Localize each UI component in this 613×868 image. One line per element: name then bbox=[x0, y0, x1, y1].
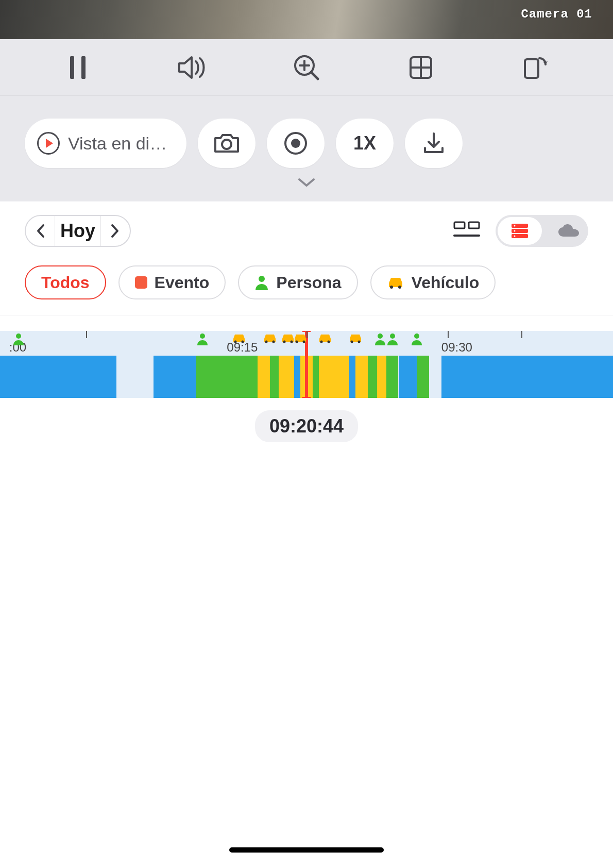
svg-point-30 bbox=[265, 341, 267, 343]
timeline-tick bbox=[448, 331, 449, 338]
player-toolbar bbox=[0, 39, 613, 96]
svg-point-28 bbox=[234, 341, 237, 343]
svg-point-24 bbox=[390, 286, 393, 289]
marker-person-icon bbox=[411, 333, 422, 347]
timeline-segment bbox=[399, 356, 417, 398]
prev-day-button[interactable] bbox=[26, 223, 55, 239]
live-view-button[interactable]: Vista en dir… bbox=[25, 119, 186, 168]
timeline-segment bbox=[258, 356, 270, 398]
snapshot-button[interactable] bbox=[198, 119, 256, 168]
svg-point-33 bbox=[291, 341, 293, 343]
timeline-segment bbox=[154, 356, 196, 398]
timeline-tick-label: 09:30 bbox=[441, 340, 472, 355]
timeline-tick bbox=[86, 331, 87, 338]
storage-source-toggle[interactable] bbox=[496, 215, 588, 247]
timeline-segment bbox=[386, 356, 399, 398]
svg-point-40 bbox=[378, 333, 383, 339]
marker-vehicle-icon bbox=[293, 333, 308, 345]
pause-button[interactable] bbox=[62, 52, 93, 83]
chevron-left-icon bbox=[35, 223, 45, 239]
timeline-segment bbox=[313, 356, 319, 398]
timeline-segment bbox=[368, 356, 377, 398]
marker-person-icon bbox=[13, 333, 24, 347]
marker-person-icon bbox=[387, 333, 398, 347]
download-icon bbox=[422, 131, 446, 155]
view-mode-button[interactable] bbox=[453, 221, 480, 241]
marker-person-icon bbox=[374, 333, 386, 347]
next-day-button[interactable] bbox=[101, 223, 130, 239]
filter-event[interactable]: Evento bbox=[118, 265, 226, 299]
svg-line-5 bbox=[311, 72, 318, 79]
svg-point-26 bbox=[16, 333, 21, 339]
timeline-segment bbox=[377, 356, 386, 398]
timeline-segment bbox=[355, 356, 368, 398]
svg-point-36 bbox=[320, 341, 322, 343]
timeline-tick bbox=[521, 331, 522, 338]
timeline-segment bbox=[417, 356, 429, 398]
svg-point-10 bbox=[222, 140, 231, 149]
date-source-row: Hoy bbox=[0, 201, 613, 260]
audio-button[interactable] bbox=[177, 52, 208, 83]
marker-vehicle-icon bbox=[232, 333, 246, 345]
svg-rect-0 bbox=[70, 56, 74, 79]
zoom-in-icon bbox=[292, 53, 321, 82]
download-button[interactable] bbox=[405, 119, 463, 168]
event-filter-row: Todos Evento Persona Vehículo bbox=[0, 260, 613, 315]
camera-icon bbox=[213, 132, 240, 155]
rotate-device-icon bbox=[522, 54, 549, 81]
rotate-button[interactable] bbox=[520, 52, 551, 83]
svg-point-25 bbox=[398, 286, 401, 289]
record-button[interactable] bbox=[267, 119, 325, 168]
svg-point-32 bbox=[283, 341, 286, 343]
vehicle-icon bbox=[387, 276, 404, 289]
svg-point-12 bbox=[291, 139, 300, 148]
timeline-segment bbox=[0, 356, 116, 398]
storage-icon bbox=[510, 223, 529, 239]
filter-all-label: Todos bbox=[41, 273, 90, 292]
svg-point-38 bbox=[351, 341, 353, 343]
local-storage-option[interactable] bbox=[498, 217, 542, 245]
speaker-icon bbox=[177, 55, 207, 80]
timeline-segment bbox=[270, 356, 279, 398]
svg-rect-14 bbox=[454, 222, 465, 228]
filter-vehicle[interactable]: Vehículo bbox=[370, 265, 496, 299]
svg-point-37 bbox=[327, 341, 330, 343]
playback-speed-button[interactable]: 1X bbox=[336, 119, 394, 168]
live-view-label: Vista en dir… bbox=[68, 133, 171, 154]
filter-person[interactable]: Persona bbox=[238, 265, 357, 299]
svg-point-31 bbox=[272, 341, 275, 343]
svg-point-29 bbox=[242, 341, 244, 343]
date-label[interactable]: Hoy bbox=[55, 215, 101, 247]
current-time-label: 09:20:44 bbox=[255, 410, 358, 442]
marker-vehicle-icon bbox=[318, 333, 332, 345]
cloud-storage-option[interactable] bbox=[557, 215, 580, 247]
timeline-segment bbox=[319, 356, 350, 398]
filter-all[interactable]: Todos bbox=[25, 265, 106, 299]
filter-event-label: Evento bbox=[155, 273, 210, 292]
play-icon bbox=[37, 132, 60, 155]
svg-rect-1 bbox=[81, 56, 86, 79]
speed-label: 1X bbox=[353, 132, 376, 154]
event-color-icon bbox=[135, 276, 147, 289]
svg-point-23 bbox=[259, 276, 265, 282]
timeline[interactable]: :0009:1509:30 bbox=[0, 331, 613, 398]
svg-point-41 bbox=[390, 333, 395, 339]
svg-point-21 bbox=[514, 230, 516, 232]
camera-feed[interactable]: Camera 01 bbox=[0, 0, 613, 39]
timeline-section: :0009:1509:30 09:20:44 bbox=[0, 315, 613, 442]
list-view-icon bbox=[453, 221, 480, 241]
timeline-segment bbox=[279, 356, 294, 398]
timeline-segment bbox=[349, 356, 355, 398]
timeline-segment bbox=[196, 356, 258, 398]
chevron-right-icon bbox=[110, 223, 121, 239]
timeline-segment bbox=[441, 356, 613, 398]
expand-controls-button[interactable] bbox=[297, 177, 316, 189]
home-indicator bbox=[229, 847, 384, 853]
svg-point-34 bbox=[296, 341, 298, 343]
zoom-button[interactable] bbox=[291, 52, 322, 83]
svg-point-39 bbox=[358, 341, 361, 343]
layout-button[interactable] bbox=[405, 52, 436, 83]
filter-vehicle-label: Vehículo bbox=[412, 273, 480, 292]
svg-point-35 bbox=[303, 341, 305, 343]
timeline-segment bbox=[294, 356, 300, 398]
